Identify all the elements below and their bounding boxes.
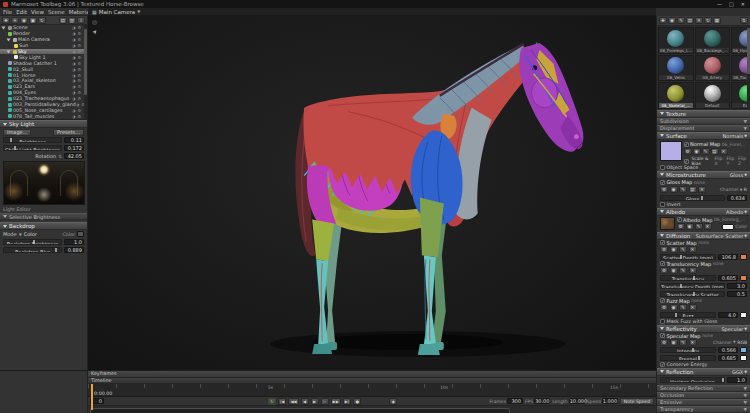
visibility-icon[interactable]: ◑ [72,43,76,48]
picker-icon[interactable]: ◉ [670,267,678,274]
menu-scene[interactable]: Scene [48,9,65,15]
visibility-icon[interactable]: ◑ [72,84,76,89]
flip-x-toggle[interactable]: Flip X [714,156,723,166]
save-scene-icon[interactable]: ▥ [68,17,76,24]
material-tile[interactable]: Default [695,82,730,109]
fresnel-color-swatch[interactable] [740,355,747,361]
horse-model[interactable] [88,16,656,370]
edit-icon[interactable]: ✎ [679,339,687,346]
tree-item-shadow-catcher[interactable]: Shadow Catcher 1 ◑⚙ [0,60,87,66]
backdrop-blur-slider[interactable]: Backdrop Blur [3,247,62,253]
backdrop-brightness-value[interactable]: 1.0 [64,239,84,245]
edit-icon[interactable]: ✎ [679,186,687,193]
normal-map-thumbnail[interactable] [660,141,682,161]
open-material-icon[interactable]: ▤ [686,17,694,24]
delete-material-icon[interactable]: ✕ [695,17,703,24]
scatter-color-swatch[interactable] [740,254,747,260]
tree-item-mesh[interactable]: 078_Tail_muscles ◑⚙ [0,113,87,119]
frames-value[interactable]: 300 [507,398,523,404]
timeline-ruler[interactable]: 0:00.00 5s 10s 15s [88,384,656,397]
visibility-icon[interactable]: ◑ [72,25,76,30]
record-button[interactable]: ● [353,398,361,405]
picker-icon[interactable]: ◉ [670,246,678,253]
visibility-icon[interactable]: ◑ [72,49,76,54]
diffusion-header[interactable]: Diffusion Subsurface Scatter▼ [657,232,750,240]
visibility-icon[interactable]: ◑ [72,114,76,119]
scatter-map-checkbox[interactable]: ✓ [660,240,665,245]
backdrop-blur-value[interactable]: 0.889 [64,247,84,253]
presets-button[interactable]: Presets... [53,129,84,136]
next-keyframe-button[interactable]: ▶▶ [331,398,341,405]
tree-item-mesh[interactable]: 003_Parotidsalivary_gland ◑⚙ [0,102,87,108]
albedo-color-swatch[interactable] [722,224,734,230]
secondary-reflection-section[interactable]: Secondary Reflection ▼ [657,385,750,392]
step-forward-button[interactable]: ▷ [321,398,329,405]
visibility-icon[interactable]: ◑ [72,73,76,78]
tree-item-mesh[interactable]: 023_Tracheaesophagus ◑⚙ [0,96,87,102]
horizon-occlusion-value[interactable]: 1.0 [727,377,747,383]
library-icon[interactable]: ▦ [713,17,721,24]
new-material-icon[interactable]: ✚ [659,17,667,24]
menu-file[interactable]: File [3,9,12,15]
fuzz-map-checkbox[interactable]: ✓ [660,298,665,303]
picker-icon[interactable]: ◉ [670,186,678,193]
backdrop-mode-value[interactable]: Color [24,231,37,237]
visibility-icon[interactable]: ◑ [72,90,76,95]
edit-material-icon[interactable]: ✎ [677,17,685,24]
edit-icon[interactable]: ✎ [679,304,687,311]
translucency-color-swatch[interactable] [740,275,747,281]
displacement-section[interactable]: Displacement ▼ [657,125,750,132]
gizmo-icon[interactable]: ◎ [92,18,97,25]
folder-icon[interactable]: ▤ [689,186,697,193]
link-icon[interactable]: ⚙ [77,31,81,36]
preview-sphere-icon[interactable]: ◉ [668,17,676,24]
prev-keyframe-button[interactable]: ◀◀ [288,398,298,405]
backdrop-brightness-slider[interactable]: Backdrop Brightness [3,239,62,245]
occlusion-section[interactable]: Occlusion ▼ [657,392,750,399]
reflectivity-header[interactable]: Reflectivity Specular▼ [657,325,750,333]
clear-icon[interactable]: ✕ [689,246,697,253]
emissive-section[interactable]: Emissive ▼ [657,399,750,406]
surface-mode-dropdown[interactable]: Normals▼ [723,133,747,139]
object-space-checkbox[interactable] [660,165,665,170]
open-scene-icon[interactable]: ▤ [59,17,67,24]
gear-icon[interactable]: ⚙ [660,339,668,346]
material-tile[interactable]: 06_Forelegs_L... [658,27,694,54]
gloss-map-checkbox[interactable]: ✓ [660,180,665,185]
gloss-value[interactable]: 0.634 [727,195,747,201]
diffusion-mode-dropdown[interactable]: Subsurface Scatter▼ [696,233,747,239]
rotation-value[interactable]: 42.05 [64,153,84,159]
edit-icon[interactable]: ✎ [702,148,710,155]
selective-brightness-section[interactable]: Selective Brightness [0,213,87,220]
gear-icon[interactable]: ⚙ [660,246,668,253]
albedo-header[interactable]: Albedo Albedo▼ [657,208,750,216]
reflectivity-mode-dropdown[interactable]: Specular▼ [721,326,747,332]
link-icon[interactable]: ⚙ [77,25,81,30]
edit-icon[interactable]: ✎ [679,267,687,274]
expander-icon[interactable] [7,38,11,41]
refresh-material-icon[interactable]: ↻ [704,17,712,24]
translucency-slider[interactable]: Translucency [660,275,716,281]
conserve-energy-checkbox[interactable]: ✓ [660,362,665,367]
speed-value[interactable]: 1.000 [602,398,618,404]
link-icon[interactable]: ⚙ [77,90,81,95]
step-back-button[interactable]: ◀ [301,398,309,405]
expander-icon[interactable] [2,26,6,29]
play-button[interactable]: ▶ [311,398,319,405]
flip-y-toggle[interactable]: Flip Y [726,156,735,166]
picker-icon[interactable]: ◉ [670,339,678,346]
import-model-icon[interactable]: ⇩ [77,17,85,24]
fresnel-slider[interactable]: Fresnel [660,355,716,361]
translucency-scatter-value[interactable]: 0.5 [727,291,747,297]
normal-map-checkbox[interactable]: ✓ [684,142,689,147]
translucency-depth-value[interactable]: 3.0 [727,283,747,289]
link-icon[interactable]: ⚙ [77,67,81,72]
length-value[interactable]: 10.000 [569,398,585,404]
clear-icon[interactable]: ✕ [689,339,697,346]
tree-item-mesh[interactable]: 03_Axial_skeleton ◑⚙ [0,78,87,84]
link-icon[interactable]: ⚙ [77,96,81,101]
skip-end-button[interactable]: ▶| [343,398,351,405]
edit-icon[interactable]: ✎ [679,246,687,253]
note-speed-button[interactable]: Note Speed [620,398,654,405]
clear-icon[interactable]: ✕ [720,148,728,155]
